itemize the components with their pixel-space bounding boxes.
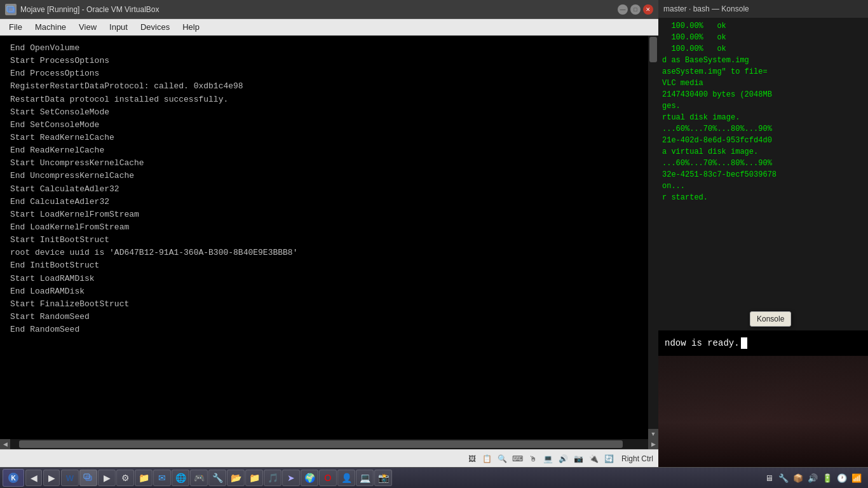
ready-text-area: ndow is ready.: [658, 330, 868, 356]
taskbar-app-opera[interactable]: O: [319, 470, 337, 486]
rp-terminal-line: a virtual disk image.: [662, 146, 864, 158]
taskbar-app-globe[interactable]: 🌍: [301, 470, 318, 486]
scroll-left-arrow[interactable]: ◀: [0, 439, 10, 449]
user-icon: 👤: [341, 472, 352, 484]
systray-time-icon[interactable]: 🕐: [836, 471, 848, 484]
scroll-down-arrow[interactable]: ▼: [648, 429, 658, 439]
h-scrollbar-thumb[interactable]: [19, 440, 623, 448]
menu-item-machine[interactable]: Machine: [29, 21, 72, 33]
maximize-button[interactable]: □: [630, 4, 641, 15]
svg-rect-5: [86, 476, 92, 480]
terminal-line: Start CalculateAdler32: [10, 183, 638, 196]
taskbar-app-tool1[interactable]: 🔧: [208, 470, 226, 486]
status-network-icon[interactable]: 💻: [543, 453, 554, 464]
right-panel-title: master · bash — Konsole: [663, 4, 749, 13]
right-panel-terminal: 100.00% ok 100.00% ok 100.00% okd as Bas…: [658, 18, 868, 342]
vm-screen[interactable]: End OpenVolumeStart ProcessOptionsEnd Pr…: [0, 36, 658, 449]
kde-logo-icon: K: [7, 471, 20, 484]
status-shared-icon[interactable]: 🔄: [604, 453, 615, 464]
status-keyboard-icon[interactable]: ⌨: [512, 453, 524, 464]
taskbar-app-word[interactable]: W: [61, 470, 79, 486]
video-figure: [658, 356, 868, 467]
h-scrollbar[interactable]: ◀ ▶: [0, 439, 658, 449]
terminal-line: Start FinalizeBootStruct: [10, 298, 638, 311]
taskbar-app-virtualbox[interactable]: [79, 470, 97, 486]
systray-wifi-icon[interactable]: 📶: [850, 471, 863, 484]
folder1-icon: 📂: [230, 472, 241, 484]
scrollbar-arrows: ▲ ▼: [648, 429, 658, 439]
terminal-line: Start RandomSeed: [10, 311, 638, 323]
minimize-button[interactable]: —: [618, 4, 628, 15]
virtualbox-icon: [5, 4, 17, 15]
rp-terminal-line: 100.00% ok: [662, 32, 864, 43]
status-search-icon[interactable]: 🔍: [497, 453, 508, 464]
folder2-icon: 📁: [248, 472, 260, 484]
titlebar-controls: — □ ✕: [618, 4, 653, 15]
globe-icon: 🌍: [304, 472, 315, 484]
rp-terminal-line: on...: [662, 180, 864, 192]
menu-item-devices[interactable]: Devices: [134, 21, 176, 33]
scrollbar-thumb[interactable]: [649, 37, 657, 62]
rp-terminal-line: ges.: [662, 100, 864, 112]
cursor: [741, 337, 747, 349]
taskbar-nav-next[interactable]: ▶: [43, 470, 60, 486]
tool1-icon: 🔧: [212, 472, 223, 484]
terminal-line: root device uuid is 'AD647B12-91A1-360A-…: [10, 247, 638, 259]
taskbar-app-user[interactable]: 👤: [337, 470, 355, 486]
music-icon: 🎵: [267, 472, 278, 484]
systray-monitor-icon[interactable]: 🖥: [763, 471, 775, 484]
scroll-right-arrow[interactable]: ▶: [648, 439, 658, 449]
terminal-line: End LoadRAMDisk: [10, 285, 638, 298]
terminal-line: Start LoadRAMDisk: [10, 273, 638, 285]
terminal-line: End LoadKernelFromStream: [10, 221, 638, 234]
terminal-line: Start ProcessOptions: [10, 55, 638, 67]
taskbar-app-settings[interactable]: ⚙: [116, 470, 134, 486]
taskbar-app-files[interactable]: 📁: [135, 470, 153, 486]
status-screenshot-icon[interactable]: 🖼: [466, 453, 478, 464]
taskbar-app-player[interactable]: ▶: [98, 470, 116, 486]
taskbar-app-browser[interactable]: 🌐: [172, 470, 189, 486]
taskbar-app-game[interactable]: 🎮: [190, 470, 208, 486]
systray-volume-icon[interactable]: 🔊: [806, 471, 819, 484]
taskbar-app-arrow[interactable]: ➤: [282, 470, 300, 486]
menu-item-file[interactable]: File: [3, 21, 29, 33]
rp-terminal-line: 100.00% ok: [662, 43, 864, 55]
konsole-popup-label: Konsole: [757, 315, 784, 323]
status-audio-icon[interactable]: 🔊: [558, 453, 569, 464]
status-clipboard-icon[interactable]: 📋: [482, 453, 493, 464]
systray-wrench-icon[interactable]: 🔧: [777, 471, 790, 484]
taskbar-app-system[interactable]: 💻: [356, 470, 374, 486]
close-button[interactable]: ✕: [643, 4, 653, 15]
taskbar-start-button[interactable]: K: [3, 469, 24, 487]
menu-item-view[interactable]: View: [72, 21, 103, 33]
taskbar-nav-prev[interactable]: ◀: [25, 470, 42, 486]
systray-battery-icon[interactable]: 🔋: [821, 471, 834, 484]
terminal-line: Start SetConsoleMode: [10, 106, 638, 119]
taskbar-app-folder1[interactable]: 📂: [227, 470, 245, 486]
terminal-line: End CalculateAdler32: [10, 196, 638, 208]
terminal-line: RestartData protocol installed successfu…: [10, 93, 638, 106]
status-usb-icon[interactable]: 🔌: [588, 453, 600, 464]
menu-item-help[interactable]: Help: [176, 21, 206, 33]
systray-package-icon[interactable]: 📦: [792, 471, 804, 484]
rp-terminal-line: ...60%...70%...80%...90%: [662, 158, 864, 169]
rp-terminal-line: r started.: [662, 192, 864, 203]
video-content: [658, 356, 868, 467]
taskbar-app-email[interactable]: ✉: [153, 470, 171, 486]
svg-text:K: K: [11, 475, 16, 482]
status-camera-icon[interactable]: 📷: [573, 453, 585, 464]
terminal-line: End ProcessOptions: [10, 67, 638, 80]
taskbar-app-screenshot[interactable]: 📸: [374, 470, 392, 486]
rp-terminal-line: 2147430400 bytes (2048MB: [662, 89, 864, 100]
player-icon: ▶: [101, 472, 112, 484]
titlebar-left: Mojave [Running] - Oracle VM VirtualBox: [5, 4, 159, 15]
status-mouse-icon[interactable]: 🖱: [527, 453, 539, 464]
taskbar-app-music[interactable]: 🎵: [264, 470, 281, 486]
screenshot-icon: 📸: [377, 472, 389, 484]
vm-scrollbar[interactable]: ▲ ▼: [648, 36, 658, 439]
taskbar-app-folder2[interactable]: 📁: [245, 470, 263, 486]
menu-item-input[interactable]: Input: [103, 21, 134, 33]
rp-terminal-line: 32e-4251-83c7-becf5039678: [662, 169, 864, 180]
terminal-line: End OpenVolume: [10, 42, 638, 55]
konsole-popup[interactable]: Konsole: [750, 311, 791, 327]
